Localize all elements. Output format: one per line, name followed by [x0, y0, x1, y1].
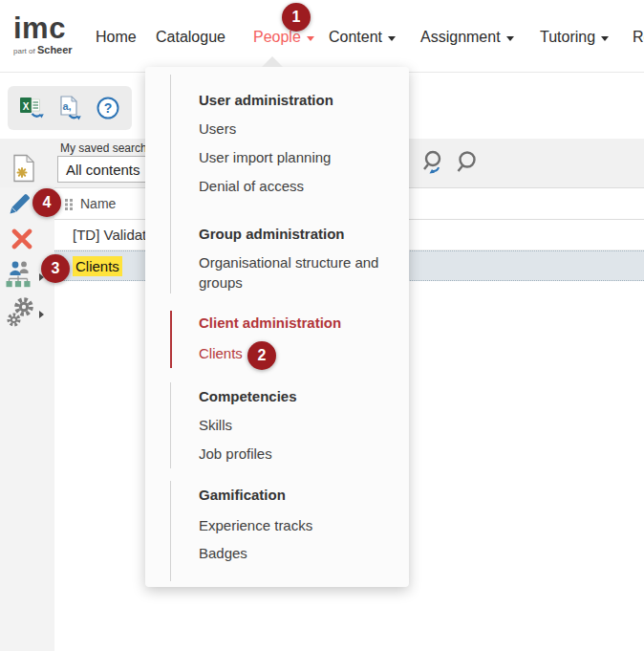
gold-flower-glyph	[18, 168, 27, 177]
svg-text:a,: a,	[62, 99, 71, 111]
menu-section-rule	[170, 75, 171, 293]
search-button[interactable]	[454, 149, 481, 178]
export-toolbar: X a, ?	[8, 86, 132, 130]
annotation-badge-4: 4	[32, 188, 61, 217]
menu-item-job-profiles[interactable]: Job profiles	[199, 444, 272, 464]
menu-item-denial-of-access[interactable]: Denial of access	[199, 176, 304, 196]
menu-section-group-administration: Group administration	[199, 225, 397, 244]
nav-people[interactable]: People	[253, 29, 314, 46]
menu-section-rule	[170, 481, 171, 581]
people-dropdown-menu: User administration Users User import pl…	[145, 67, 409, 587]
menu-item-skills[interactable]: Skills	[199, 415, 232, 435]
edit-button[interactable]	[8, 191, 34, 216]
nav-tutoring-label: Tutoring	[540, 29, 595, 45]
row-name-cell: [TD] Validat	[73, 227, 146, 243]
help-button[interactable]: ?	[94, 94, 122, 122]
edit-pencil-icon	[8, 191, 34, 216]
imc-admin-app: imc part of Scheer Home Catalogue People…	[0, 0, 644, 651]
saved-search-label: My saved search	[60, 141, 147, 155]
imc-logo[interactable]: imc part of Scheer	[13, 15, 73, 55]
chevron-down-icon	[601, 36, 609, 41]
annotation-badge-3: 3	[41, 254, 70, 283]
settings-gears-icon	[6, 295, 36, 330]
menu-item-badges[interactable]: Badges	[199, 543, 247, 563]
chevron-down-icon	[388, 36, 396, 41]
delete-x-icon	[10, 227, 34, 251]
excel-export-icon: X	[19, 96, 45, 121]
chevron-down-icon	[506, 36, 514, 41]
nav-reports[interactable]: Reports	[633, 29, 644, 46]
logo-subtext: part of Scheer	[13, 44, 73, 55]
menu-section-gamification: Gamification	[199, 486, 397, 505]
org-structure-icon	[5, 260, 33, 291]
nav-catalogue[interactable]: Catalogue	[156, 29, 225, 46]
menu-section-rule	[170, 382, 171, 468]
top-navigation-bar: imc part of Scheer Home Catalogue People…	[0, 0, 644, 73]
settings-expand-icon[interactable]	[39, 311, 44, 318]
delete-button[interactable]	[10, 227, 34, 251]
menu-section-client-administration: Client administration	[199, 314, 397, 333]
row-name-cell-highlighted: Clients	[73, 256, 122, 276]
nav-assignment-label: Assignment	[420, 29, 501, 45]
help-icon: ?	[96, 96, 120, 120]
chevron-down-icon	[307, 36, 314, 41]
nav-assignment[interactable]: Assignment	[420, 29, 514, 46]
menu-caret-icon	[262, 56, 283, 67]
menu-item-clients[interactable]: Clients	[199, 343, 243, 363]
org-structure-button[interactable]	[5, 260, 33, 291]
menu-item-experience-tracks[interactable]: Experience tracks	[199, 515, 312, 535]
column-options-icon[interactable]	[64, 198, 75, 211]
logo-sub-brand: Scheer	[37, 44, 73, 55]
nav-tutoring[interactable]: Tutoring	[540, 29, 609, 46]
menu-item-organisational-structure[interactable]: Organisational structure and groups	[199, 252, 401, 293]
search-reset-button[interactable]	[420, 149, 447, 178]
saved-search-document-icon	[10, 153, 38, 184]
menu-item-users[interactable]: Users	[199, 119, 236, 139]
search-reset-icon	[420, 149, 447, 178]
annotation-badge-2: 2	[247, 341, 276, 370]
search-icon	[454, 149, 481, 178]
annotation-badge-1: 1	[282, 3, 311, 32]
name-export-icon: a,	[58, 96, 82, 121]
svg-text:X: X	[22, 100, 29, 111]
menu-item-user-import-planning[interactable]: User import planning	[199, 147, 331, 167]
settings-button[interactable]	[6, 295, 36, 330]
saved-search-value: All contents	[66, 162, 140, 178]
nav-content-label: Content	[329, 29, 382, 45]
nav-catalogue-label: Catalogue	[156, 29, 225, 45]
logo-sub-prefix: part of	[13, 47, 35, 55]
logo-text: imc	[13, 15, 73, 42]
menu-section-user-administration: User administration	[199, 91, 397, 110]
menu-section-rule-accent	[170, 311, 172, 368]
menu-section-competencies: Competencies	[199, 387, 397, 406]
excel-export-button[interactable]: X	[17, 94, 46, 122]
nav-home-label: Home	[96, 29, 137, 45]
name-export-button[interactable]: a,	[55, 94, 84, 122]
nav-home[interactable]: Home	[96, 29, 137, 46]
column-header-name[interactable]: Name	[80, 196, 116, 211]
nav-content[interactable]: Content	[329, 29, 396, 46]
svg-text:?: ?	[104, 100, 113, 116]
saved-search-document-button[interactable]	[10, 153, 38, 184]
nav-reports-label: Reports	[633, 29, 644, 45]
